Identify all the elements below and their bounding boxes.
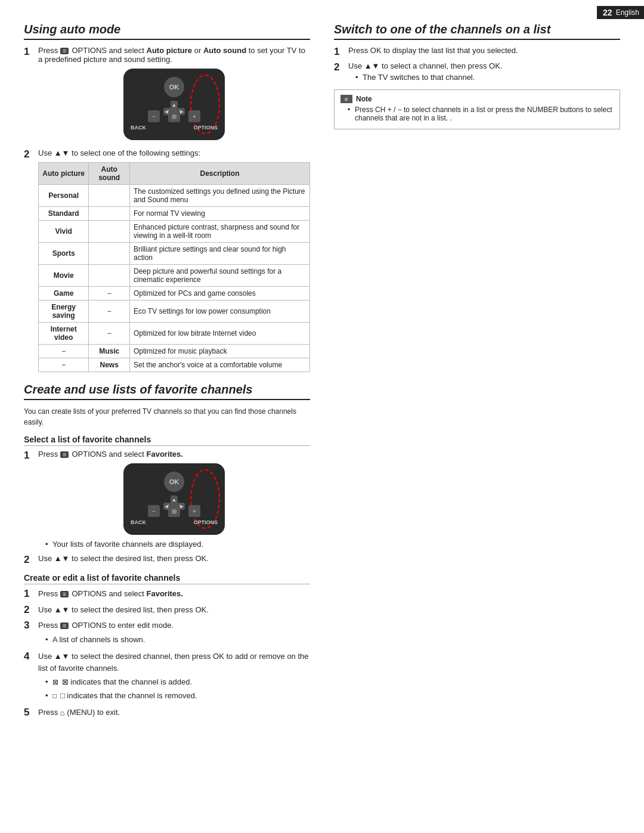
section2-intro: You can create lists of your preferred T…	[24, 406, 310, 428]
table-row: Energy saving−Eco TV settings for low po…	[39, 301, 310, 323]
rb-icon-2: ⊞	[168, 110, 180, 122]
s3-step2-text: Use ▲▼ to select a channel, then press O…	[348, 61, 502, 70]
step2-item: 2 Use ▲▼ to select one of the following …	[24, 148, 310, 372]
page-number: 22	[603, 8, 612, 17]
check-removed-icon: □	[52, 692, 57, 700]
sub2-step2: 2 Use ▲▼ to select the desired list, the…	[24, 604, 310, 616]
sub2-step5: 5 Press ⌂ (MENU) to exit.	[24, 707, 310, 719]
sub2-step4-content: Use ▲▼ to select the desired channel, th…	[38, 651, 310, 703]
sub2-step3-num: 3	[24, 620, 35, 631]
s3-step1: 1 Press OK to display the last list that…	[334, 46, 620, 58]
options-icon-3: ☰	[60, 591, 69, 597]
table-row: StandardFor normal TV viewing	[39, 207, 310, 221]
rb-icon-4: −	[148, 505, 160, 517]
table-cell: Deep picture and powerful sound settings…	[130, 265, 310, 287]
table-cell	[89, 185, 130, 207]
table-row: PersonalThe customized settings you defi…	[39, 185, 310, 207]
sub2-step3-text: Press ☰ OPTIONS to enter edit mode.	[38, 621, 174, 630]
sub2-step3-content: Press ☰ OPTIONS to enter edit mode. A li…	[38, 620, 310, 647]
table-cell: Game	[39, 287, 89, 301]
table-row: VividEnhanced picture contrast, sharpnes…	[39, 221, 310, 243]
page-lang: English	[616, 8, 639, 17]
step1-num: 1	[24, 46, 35, 58]
subsection2-title: Create or edit a list of favorite channe…	[24, 573, 310, 584]
s3-step2-content: Use ▲▼ to select a channel, then press O…	[348, 61, 620, 83]
table-cell: Vivid	[39, 221, 89, 243]
sub2-step5-text: Press ⌂ (MENU) to exit.	[38, 708, 120, 717]
sub2-step2-num: 2	[24, 604, 35, 616]
table-cell: News	[89, 358, 130, 372]
sub2-step4-num: 4	[24, 651, 35, 662]
table-cell: Sports	[39, 243, 89, 265]
s3-step2: 2 Use ▲▼ to select a channel, then press…	[334, 61, 620, 83]
table-cell: Energy saving	[39, 301, 89, 323]
note-text: Press CH + / − to select channels in a l…	[355, 106, 612, 122]
step1-item: 1 Press ☰ OPTIONS and select Auto pictur…	[24, 46, 310, 145]
sub2-step2-content: Use ▲▼ to select the desired list, then …	[38, 604, 310, 616]
sub1-step2-text: Use ▲▼ to select the desired list, then …	[38, 554, 209, 563]
options-label-2: OPTIONS	[193, 519, 218, 525]
table-cell: −	[89, 287, 130, 301]
table-row: MovieDeep picture and powerful sound set…	[39, 265, 310, 287]
sub1-step2-content: Use ▲▼ to select the desired list, then …	[38, 554, 310, 563]
table-header-row: Auto picture Auto sound Description	[39, 163, 310, 185]
table-cell: Optimized for low bitrate Internet video	[130, 323, 310, 345]
sub2-step5-content: Press ⌂ (MENU) to exit.	[38, 707, 310, 719]
options-icon-2: ☰	[60, 451, 69, 458]
section3-title: Switch to one of the channels on a list	[334, 23, 620, 40]
sub1-step1-num: 1	[24, 450, 35, 462]
sub2-step4-bullets: ⊠ ⊠ indicates that the channel is added.…	[38, 676, 310, 701]
table-cell	[89, 207, 130, 221]
sub2-step3: 3 Press ☰ OPTIONS to enter edit mode. A …	[24, 620, 310, 647]
remote-image-1: OK ◀▶ ▲▼	[123, 69, 225, 140]
col-auto-picture: Auto picture	[39, 163, 89, 185]
page-badge: 22 English	[597, 6, 644, 19]
table-cell: Standard	[39, 207, 89, 221]
table-cell: Personal	[39, 185, 89, 207]
section2-title: Create and use lists of favorite channel…	[24, 383, 310, 400]
remote-body-2: OK ◀▶ ▲▼	[123, 463, 225, 535]
remote-bottom-1: − ⊞ +	[123, 110, 225, 122]
remote-image-2: OK ◀▶ ▲▼	[123, 463, 225, 535]
table-cell: Optimized for PCs and game consoles	[130, 287, 310, 301]
table-cell	[89, 221, 130, 243]
sub1-step1-content: Press ☰ OPTIONS and select Favorites. OK	[38, 450, 310, 550]
sub2-step1: 1 Press ☰ OPTIONS and select Favorites.	[24, 588, 310, 600]
note-icon: ≡	[340, 95, 352, 103]
sub2-step5-num: 5	[24, 707, 35, 719]
s3-step2-bullets: The TV switches to that channel.	[348, 73, 620, 82]
table-cell: Enhanced picture contrast, sharpness and…	[130, 221, 310, 243]
step2-num: 2	[24, 148, 35, 160]
table-cell: −	[39, 345, 89, 358]
table-cell: Eco TV settings for low power consumptio…	[130, 301, 310, 323]
sub2-step1-content: Press ☰ OPTIONS and select Favorites.	[38, 588, 310, 600]
sub2-step4-bullet1: ⊠ ⊠ indicates that the channel is added.	[45, 676, 310, 688]
auto-mode-table: Auto picture Auto sound Description Pers…	[38, 162, 310, 372]
ok-button-img: OK	[164, 77, 184, 97]
subsection1-steps: 1 Press ☰ OPTIONS and select Favorites.	[24, 450, 310, 566]
s3-step1-content: Press OK to display the last list that y…	[348, 46, 620, 55]
note-header: ≡ Note	[340, 95, 614, 103]
table-cell	[89, 243, 130, 265]
section3-steps: 1 Press OK to display the last list that…	[334, 46, 620, 83]
back-label-2: BACK	[131, 519, 146, 525]
remote-body-1: OK ◀▶ ▲▼	[123, 69, 225, 140]
remote-bottom-2: − ⊞ +	[123, 505, 225, 517]
s3-step1-text: Press OK to display the last list that y…	[348, 46, 518, 55]
check-added-icon: ⊠	[52, 678, 58, 686]
sub1-step1: 1 Press ☰ OPTIONS and select Favorites.	[24, 450, 310, 550]
table-row: −NewsSet the anchor's voice at a comfort…	[39, 358, 310, 372]
table-body: PersonalThe customized settings you defi…	[39, 185, 310, 372]
two-column-layout: Using auto mode 1 Press ☰ OPTIONS and se…	[24, 23, 620, 723]
table-cell: The customized settings you defined usin…	[130, 185, 310, 207]
table-cell: −	[89, 323, 130, 345]
table-cell: Optimized for music playback	[130, 345, 310, 358]
table-cell: Movie	[39, 265, 89, 287]
sub1-step1-bullets: Your lists of favorite channels are disp…	[38, 540, 310, 549]
note-bullets: Press CH + / − to select channels in a l…	[340, 106, 614, 122]
sub2-step3-bullet: A list of channels is shown.	[45, 634, 310, 646]
table-cell: Internet video	[39, 323, 89, 345]
options-label-1: OPTIONS	[193, 125, 218, 131]
options-icon-1: ☰	[60, 48, 69, 54]
table-row: SportsBrilliant picture settings and cle…	[39, 243, 310, 265]
